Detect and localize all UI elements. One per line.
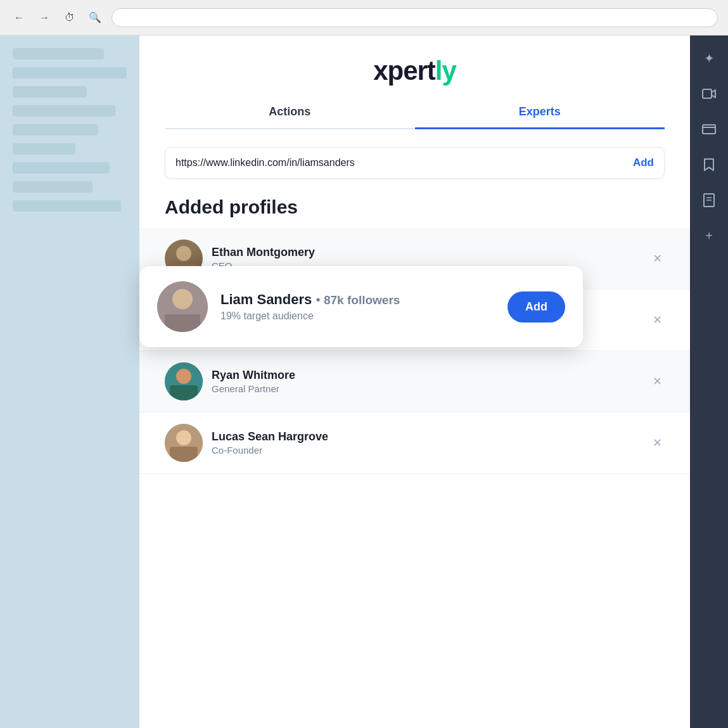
star-icon[interactable]: ✦ xyxy=(699,48,719,68)
svg-point-13 xyxy=(176,369,191,384)
video-icon[interactable] xyxy=(699,84,719,104)
book-icon[interactable] xyxy=(699,190,719,210)
profile-info: Ryan Whitmore General Partner xyxy=(212,369,641,394)
card-icon[interactable] xyxy=(699,119,719,139)
avatar xyxy=(165,362,203,400)
add-url-button[interactable]: Add xyxy=(633,156,654,169)
back-button[interactable]: ← xyxy=(10,9,28,27)
logo: xpertly xyxy=(373,56,456,86)
svg-rect-21 xyxy=(165,314,200,332)
url-input-area: https://www.linkedin.com/in/liamsanders … xyxy=(165,147,665,179)
target-audience: 19% target audience xyxy=(220,310,495,322)
svg-point-16 xyxy=(176,430,191,445)
profile-list: Ethan Montgomery CEO ✕ Caleb Donovan Chi… xyxy=(139,228,690,474)
profile-info: Lucas Sean Hargrove Co-Founder xyxy=(212,430,641,456)
forward-button[interactable]: → xyxy=(35,9,53,27)
history-button[interactable]: ⏱ xyxy=(61,9,79,27)
svg-point-6 xyxy=(176,246,191,261)
browser-url-bar[interactable] xyxy=(112,8,718,27)
svg-rect-1 xyxy=(703,125,715,134)
url-value: https://www.linkedin.com/in/liamsanders xyxy=(176,157,625,169)
browser-chrome: ← → ⏱ 🔍 xyxy=(0,0,728,35)
list-item: Lucas Sean Hargrove Co-Founder ✕ xyxy=(139,412,690,474)
svg-rect-17 xyxy=(170,447,198,462)
svg-point-19 xyxy=(172,289,193,309)
remove-profile-button[interactable]: ✕ xyxy=(650,249,665,268)
url-input-container[interactable]: https://www.linkedin.com/in/liamsanders … xyxy=(165,147,665,179)
profile-role: Co-Founder xyxy=(212,445,641,456)
tab-experts[interactable]: Experts xyxy=(415,96,665,129)
add-expert-button[interactable]: Add xyxy=(508,291,565,322)
logo-pert: pert xyxy=(387,56,435,86)
remove-profile-button[interactable]: ✕ xyxy=(650,372,665,391)
floating-profile-name: Liam Sanders • 87k followers xyxy=(220,291,495,308)
remove-profile-button[interactable]: ✕ xyxy=(650,310,665,329)
remove-profile-button[interactable]: ✕ xyxy=(650,433,665,452)
svg-rect-14 xyxy=(170,385,198,400)
profile-name: Ryan Whitmore xyxy=(212,369,641,382)
plus-icon[interactable]: + xyxy=(699,226,719,246)
right-sidebar: ✦ + xyxy=(690,35,728,728)
added-profiles-title: Added profiles xyxy=(165,196,665,218)
floating-profile-card: Liam Sanders • 87k followers 19% target … xyxy=(139,266,583,347)
svg-rect-0 xyxy=(703,89,712,98)
logo-header: xpertly xyxy=(139,35,690,96)
floating-profile-info: Liam Sanders • 87k followers 19% target … xyxy=(220,291,495,322)
background-content xyxy=(0,35,139,728)
profile-name: Lucas Sean Hargrove xyxy=(212,430,641,444)
avatar xyxy=(157,281,208,332)
dot-separator: • xyxy=(316,293,324,307)
profile-name: Ethan Montgomery xyxy=(212,246,641,259)
tabs-container: Actions Experts xyxy=(165,96,665,129)
logo-ly: ly xyxy=(435,56,456,86)
main-panel: xpertly Actions Experts https://www.link… xyxy=(139,35,690,728)
bookmark-icon[interactable] xyxy=(699,155,719,175)
logo-text: x xyxy=(373,56,387,86)
tab-actions[interactable]: Actions xyxy=(165,96,415,129)
profile-role: General Partner xyxy=(212,383,641,394)
search-button[interactable]: 🔍 xyxy=(86,9,104,27)
avatar xyxy=(165,424,203,462)
followers-count: 87k followers xyxy=(324,293,400,307)
list-item: Ryan Whitmore General Partner ✕ xyxy=(139,351,690,412)
